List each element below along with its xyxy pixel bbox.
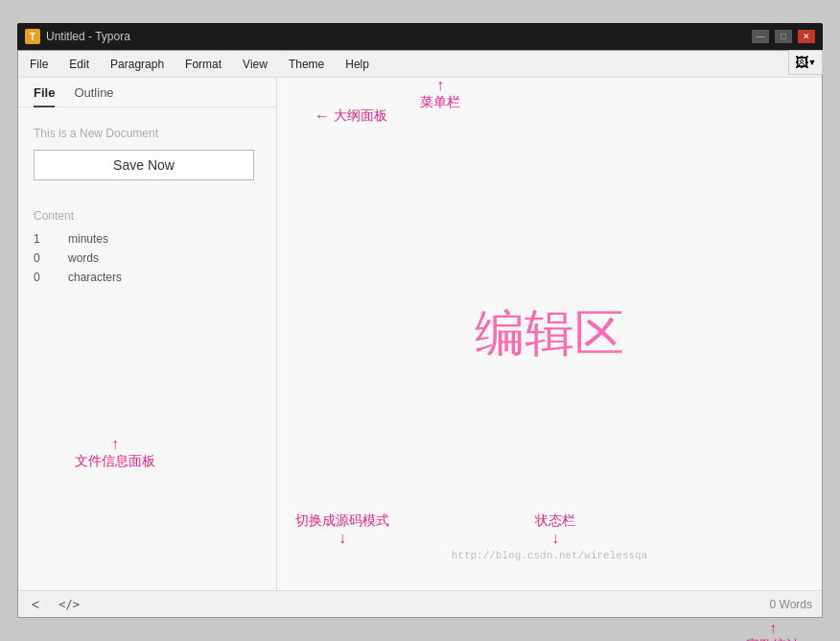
watermark: http://blog.csdn.net/wirelessqa [452, 550, 648, 561]
tab-file[interactable]: File [34, 85, 55, 107]
sidebar-content: This is a New Document Save Now Content … [18, 107, 276, 590]
content-section: Content 1 minutes 0 words 0 characters [34, 209, 261, 284]
editor-main: 编辑区 http://blog.csdn.net/wirelessqa [277, 78, 822, 590]
menu-format[interactable]: Format [181, 56, 225, 73]
editor-area[interactable]: 编辑区 http://blog.csdn.net/wirelessqa [277, 78, 822, 590]
content-label: Content [34, 209, 261, 223]
sidebar: File Outline This is a New Document Save… [18, 78, 277, 590]
source-mode-button[interactable]: </> [53, 596, 85, 613]
window-controls: — □ ✕ [752, 30, 815, 43]
title-bar-text: Untitled - Typora [46, 30, 752, 43]
image-icon[interactable]: 🖼 ▼ [788, 50, 823, 75]
chars-label: characters [68, 271, 122, 284]
main-content: File Outline This is a New Document Save… [18, 78, 822, 590]
maximize-button[interactable]: □ [775, 30, 792, 43]
wordcount-arrow: ↑ [746, 620, 800, 637]
chars-num: 0 [34, 271, 53, 284]
tab-outline[interactable]: Outline [74, 85, 113, 107]
minutes-label: minutes [68, 232, 108, 246]
menu-edit[interactable]: Edit [65, 56, 93, 73]
close-button[interactable]: ✕ [798, 30, 815, 43]
minutes-num: 1 [34, 232, 53, 246]
stats-row-chars: 0 characters [34, 271, 261, 284]
back-button[interactable]: < [28, 595, 43, 614]
sidebar-tabs: File Outline [18, 78, 276, 107]
menu-theme[interactable]: Theme [285, 56, 328, 73]
new-doc-label: This is a New Document [34, 127, 261, 140]
app-window: File Edit Paragraph Format View Theme He… [17, 50, 823, 618]
dropdown-arrow: ▼ [808, 58, 817, 67]
words-num: 0 [34, 251, 53, 265]
menu-bar: File Edit Paragraph Format View Theme He… [18, 51, 822, 78]
status-bar: < </> 0 Words [18, 590, 822, 617]
app-icon: T [25, 29, 40, 44]
menu-file[interactable]: File [26, 56, 52, 73]
stats-row-minutes: 1 minutes [34, 232, 261, 246]
annotation-word-counter: ↑ 字数统计 [746, 620, 800, 641]
words-label: words [68, 251, 99, 265]
menu-help[interactable]: Help [341, 56, 373, 73]
menu-paragraph[interactable]: Paragraph [106, 56, 168, 73]
menu-view[interactable]: View [239, 56, 271, 73]
word-count: 0 Words [770, 598, 812, 611]
stats-row-words: 0 words [34, 251, 261, 265]
title-bar: T Untitled - Typora — □ ✕ [17, 23, 823, 50]
minimize-button[interactable]: — [752, 30, 769, 43]
save-now-button[interactable]: Save Now [34, 150, 254, 180]
editor-label: 编辑区 [475, 300, 624, 368]
image-icon-symbol: 🖼 [795, 55, 808, 70]
